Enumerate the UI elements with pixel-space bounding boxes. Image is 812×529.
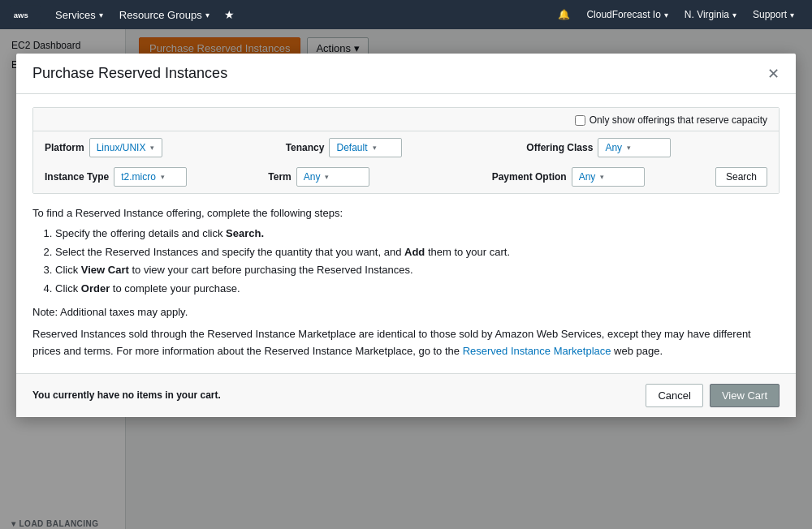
nav-account[interactable]: CloudForecast Io ▾ <box>578 0 676 29</box>
top-nav: aws Services ▾ Resource Groups ▾ ★ 🔔 Clo… <box>0 0 812 29</box>
info-text: Reserved Instances sold through the Rese… <box>32 326 780 360</box>
resource-groups-chevron-icon: ▾ <box>205 11 209 19</box>
cancel-button[interactable]: Cancel <box>646 384 702 407</box>
filter-row-1: Platform Linux/UNIX ▾ Tenancy Default ▾ <box>33 131 779 164</box>
support-chevron-icon: ▾ <box>790 11 794 19</box>
nav-bookmarks-icon[interactable]: ★ <box>218 8 241 21</box>
offering-class-group: Offering Class Any ▾ <box>526 138 767 157</box>
offering-class-select[interactable]: Any ▾ <box>598 138 671 157</box>
cart-status: You currently have no items in your cart… <box>32 389 221 401</box>
modal-close-button[interactable]: ✕ <box>767 67 780 81</box>
modal-body: Only show offerings that reserve capacit… <box>16 94 796 373</box>
payment-option-select[interactable]: Any ▾ <box>572 167 645 187</box>
nav-region[interactable]: N. Virginia ▾ <box>676 0 745 29</box>
marketplace-link[interactable]: Reserved Instance Marketplace <box>463 345 611 357</box>
filter-top-row: Only show offerings that reserve capacit… <box>33 108 779 131</box>
footer-buttons: Cancel View Cart <box>646 384 780 407</box>
platform-chevron-icon: ▾ <box>150 144 154 152</box>
instance-type-select[interactable]: t2.micro ▾ <box>114 167 187 187</box>
tenancy-chevron-icon: ▾ <box>373 144 377 152</box>
step-3: Click View Cart to view your cart before… <box>55 262 780 279</box>
term-chevron-icon: ▾ <box>325 173 329 181</box>
step-2: Select the Reserved Instances and specif… <box>55 244 780 261</box>
only-show-checkbox-label[interactable]: Only show offerings that reserve capacit… <box>575 114 767 126</box>
modal-overlay: Purchase Reserved Instances ✕ Only show … <box>0 29 812 529</box>
purchase-reserved-instances-modal: Purchase Reserved Instances ✕ Only show … <box>16 54 796 417</box>
only-show-checkbox[interactable] <box>575 115 585 126</box>
step-1: Specify the offering details and click S… <box>55 226 780 243</box>
instance-type-group: Instance Type t2.micro ▾ <box>45 167 268 187</box>
instance-type-chevron-icon: ▾ <box>161 173 165 181</box>
nav-resource-groups[interactable]: Resource Groups ▾ <box>111 0 218 29</box>
platform-select[interactable]: Linux/UNIX ▾ <box>89 138 162 157</box>
payment-option-group: Payment Option Any ▾ <box>492 167 715 187</box>
term-select[interactable]: Any ▾ <box>296 167 369 187</box>
filter-row-2: Instance Type t2.micro ▾ Term Any ▾ <box>33 164 779 193</box>
tenancy-group: Tenancy Default ▾ <box>286 138 527 157</box>
search-button[interactable]: Search <box>715 167 767 187</box>
tenancy-select[interactable]: Default ▾ <box>329 138 402 157</box>
filter-bar: Only show offerings that reserve capacit… <box>32 107 780 194</box>
term-group: Term Any ▾ <box>268 167 491 187</box>
modal-footer: You currently have no items in your cart… <box>16 373 796 417</box>
view-cart-button[interactable]: View Cart <box>710 384 780 407</box>
platform-group: Platform Linux/UNIX ▾ <box>45 138 286 157</box>
modal-header: Purchase Reserved Instances ✕ <box>16 54 796 94</box>
nav-support[interactable]: Support ▾ <box>745 0 802 29</box>
services-chevron-icon: ▾ <box>99 11 103 19</box>
modal-title: Purchase Reserved Instances <box>32 65 227 82</box>
instructions: To find a Reserved Instance offering, co… <box>32 205 780 298</box>
payment-option-chevron-icon: ▾ <box>600 173 604 181</box>
nav-notifications[interactable]: 🔔 <box>550 0 578 29</box>
note-text: Note: Additional taxes may apply. <box>32 306 780 318</box>
svg-text:aws: aws <box>14 11 28 19</box>
offering-class-chevron-icon: ▾ <box>627 144 631 152</box>
aws-logo: aws <box>10 5 41 24</box>
region-chevron-icon: ▾ <box>732 11 736 19</box>
account-chevron-icon: ▾ <box>664 11 668 19</box>
nav-services[interactable]: Services ▾ <box>47 0 111 29</box>
step-4: Click Order to complete your purchase. <box>55 281 780 298</box>
